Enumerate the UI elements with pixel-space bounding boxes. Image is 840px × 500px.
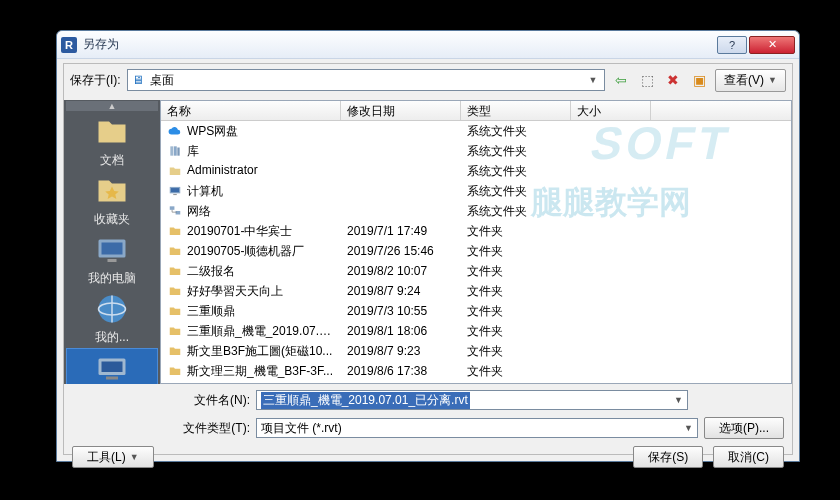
options-button[interactable]: 选项(P)... bbox=[704, 417, 784, 439]
save-button[interactable]: 保存(S) bbox=[633, 446, 703, 468]
back-icon[interactable]: ⇦ bbox=[611, 70, 631, 90]
svg-rect-1 bbox=[102, 243, 123, 255]
file-name: 网络 bbox=[187, 204, 211, 218]
documents-icon bbox=[94, 114, 130, 150]
table-row[interactable]: Administrator系统文件夹 bbox=[161, 161, 791, 181]
sidebar-item-network[interactable]: 我的... bbox=[66, 289, 158, 348]
sidebar-item-desktop[interactable]: 桌面 bbox=[66, 348, 158, 384]
table-row[interactable]: 计算机系统文件夹 bbox=[161, 181, 791, 201]
folder-icon bbox=[167, 303, 183, 319]
col-header-date[interactable]: 修改日期 bbox=[341, 101, 461, 120]
folder-icon bbox=[167, 223, 183, 239]
file-type: 文件夹 bbox=[461, 223, 571, 240]
file-type: 文件夹 bbox=[461, 363, 571, 380]
sidebar-item-label: 收藏夹 bbox=[94, 211, 130, 228]
file-name: 20190701-中华宾士 bbox=[187, 224, 292, 238]
filetype-value: 项目文件 (*.rvt) bbox=[261, 420, 342, 437]
folder-icon bbox=[167, 343, 183, 359]
location-dropdown[interactable]: 🖥 桌面 ▼ bbox=[127, 69, 605, 91]
desktop-icon bbox=[94, 351, 130, 384]
file-type: 系统文件夹 bbox=[461, 123, 571, 140]
help-button[interactable]: ? bbox=[717, 36, 747, 54]
user-icon bbox=[167, 163, 183, 179]
places-sidebar: ▲ 文档 收藏夹 我的电脑 我的... bbox=[64, 100, 160, 384]
filename-input[interactable]: 三重順鼎_機電_2019.07.01_已分离.rvt ▼ bbox=[256, 390, 688, 410]
cloud-icon bbox=[167, 123, 183, 139]
col-header-type[interactable]: 类型 bbox=[461, 101, 571, 120]
new-folder-icon[interactable]: ▣ bbox=[689, 70, 709, 90]
svg-rect-6 bbox=[102, 362, 123, 373]
sidebar-scroll-up[interactable]: ▲ bbox=[66, 101, 158, 111]
file-date: 2019/8/7 9:24 bbox=[341, 284, 461, 298]
col-header-size[interactable]: 大小 bbox=[571, 101, 651, 120]
table-row[interactable]: 20190701-中华宾士2019/7/1 17:49文件夹 bbox=[161, 221, 791, 241]
table-row[interactable]: 三重順鼎_機電_2019.07.0...2019/8/1 18:06文件夹 bbox=[161, 321, 791, 341]
save-in-label: 保存于(I): bbox=[70, 72, 121, 89]
svg-rect-10 bbox=[177, 148, 179, 156]
close-button[interactable]: ✕ bbox=[749, 36, 795, 54]
file-type: 系统文件夹 bbox=[461, 183, 571, 200]
app-icon: R bbox=[61, 37, 77, 53]
sidebar-item-documents[interactable]: 文档 bbox=[66, 112, 158, 171]
sidebar-item-label: 我的... bbox=[95, 329, 129, 346]
table-row[interactable]: 斯文理三期_機電_B3F-3F...2019/8/6 17:38文件夹 bbox=[161, 361, 791, 381]
filetype-dropdown[interactable]: 项目文件 (*.rvt) ▼ bbox=[256, 418, 698, 438]
tools-button-label: 工具(L) bbox=[87, 449, 126, 466]
delete-icon[interactable]: ✖ bbox=[663, 70, 683, 90]
file-name: 20190705-顺德机器厂 bbox=[187, 244, 304, 258]
file-date: 2019/8/1 18:06 bbox=[341, 324, 461, 338]
svg-rect-8 bbox=[170, 147, 173, 156]
svg-rect-14 bbox=[170, 207, 175, 211]
svg-rect-12 bbox=[171, 188, 179, 192]
chevron-down-icon: ▼ bbox=[684, 423, 693, 433]
cancel-button[interactable]: 取消(C) bbox=[713, 446, 784, 468]
svg-rect-2 bbox=[108, 259, 117, 262]
table-row[interactable]: 好好學習天天向上2019/8/7 9:24文件夹 bbox=[161, 281, 791, 301]
tools-button[interactable]: 工具(L) ▼ bbox=[72, 446, 154, 468]
table-row[interactable]: 网络系统文件夹 bbox=[161, 201, 791, 221]
file-name: 库 bbox=[187, 144, 199, 158]
desktop-icon: 🖥 bbox=[132, 73, 146, 87]
folder-icon bbox=[167, 243, 183, 259]
file-name: 计算机 bbox=[187, 184, 223, 198]
sidebar-item-my-computer[interactable]: 我的电脑 bbox=[66, 230, 158, 289]
svg-rect-9 bbox=[174, 147, 177, 156]
file-date: 2019/7/3 10:55 bbox=[341, 304, 461, 318]
folder-icon bbox=[167, 283, 183, 299]
table-row[interactable]: 20190705-顺德机器厂2019/7/26 15:46文件夹 bbox=[161, 241, 791, 261]
file-list: SOFT 腿腿教学网 名称 修改日期 类型 大小 WPS网盘系统文件夹库系统文件… bbox=[160, 100, 792, 384]
view-button[interactable]: 查看(V) ▼ bbox=[715, 69, 786, 92]
file-date: 2019/7/1 17:49 bbox=[341, 224, 461, 238]
table-row[interactable]: 三重顺鼎2019/7/3 10:55文件夹 bbox=[161, 301, 791, 321]
titlebar: R 另存为 ? ✕ bbox=[57, 31, 799, 59]
sidebar-item-favorites[interactable]: 收藏夹 bbox=[66, 171, 158, 230]
file-type: 文件夹 bbox=[461, 303, 571, 320]
up-folder-icon[interactable]: ⬚ bbox=[637, 70, 657, 90]
svg-rect-13 bbox=[173, 194, 177, 195]
computer-icon bbox=[94, 232, 130, 268]
table-row[interactable]: 二级报名2019/8/2 10:07文件夹 bbox=[161, 261, 791, 281]
folder-icon bbox=[167, 363, 183, 379]
sidebar-item-label: 文档 bbox=[100, 152, 124, 169]
file-date: 2019/7/26 15:46 bbox=[341, 244, 461, 258]
filename-label: 文件名(N): bbox=[164, 392, 250, 409]
folder-icon bbox=[167, 263, 183, 279]
lib-icon bbox=[167, 143, 183, 159]
table-row[interactable]: 库系统文件夹 bbox=[161, 141, 791, 161]
file-name: 好好學習天天向上 bbox=[187, 284, 283, 298]
file-date: 2019/8/2 10:07 bbox=[341, 264, 461, 278]
favorites-icon bbox=[94, 173, 130, 209]
filetype-label: 文件类型(T): bbox=[164, 420, 250, 437]
chevron-down-icon: ▼ bbox=[768, 75, 777, 85]
file-type: 文件夹 bbox=[461, 243, 571, 260]
table-row[interactable]: 斯文里B3F施工圖(矩磁10...2019/8/7 9:23文件夹 bbox=[161, 341, 791, 361]
chevron-down-icon: ▼ bbox=[586, 75, 600, 85]
table-row[interactable]: WPS网盘系统文件夹 bbox=[161, 121, 791, 141]
column-headers: 名称 修改日期 类型 大小 bbox=[161, 101, 791, 121]
dialog-title: 另存为 bbox=[83, 36, 715, 53]
net-icon bbox=[167, 203, 183, 219]
file-name: 斯文里B3F施工圖(矩磁10... bbox=[187, 344, 332, 358]
col-header-name[interactable]: 名称 bbox=[161, 101, 341, 120]
save-as-dialog: R 另存为 ? ✕ 保存于(I): 🖥 桌面 ▼ ⇦ ⬚ ✖ ▣ 查看(V) ▼ bbox=[56, 30, 800, 462]
file-type: 系统文件夹 bbox=[461, 143, 571, 160]
